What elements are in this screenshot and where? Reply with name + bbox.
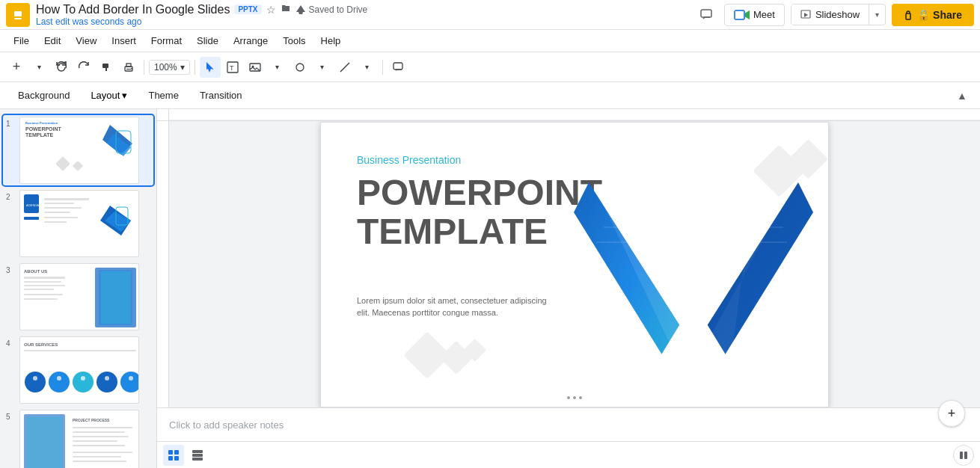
svg-rect-36: [24, 281, 61, 283]
svg-point-13: [131, 68, 132, 70]
svg-rect-66: [73, 461, 126, 462]
menu-arrange[interactable]: Arrange: [226, 32, 275, 49]
svg-rect-43: [101, 271, 131, 324]
slide-item-1[interactable]: 1 Business Presentation POWERPOINTTEMPLA…: [3, 115, 153, 185]
svg-text:OUR SERVICES: OUR SERVICES: [24, 342, 58, 347]
slideshow-label: Slideshow: [815, 9, 860, 20]
slide-dots: [567, 393, 582, 402]
dot-1: [567, 396, 570, 399]
slide-num-4: 4: [6, 339, 16, 348]
svg-point-47: [49, 372, 70, 392]
cursor-tool[interactable]: [200, 57, 221, 78]
svg-rect-37: [24, 285, 65, 286]
slide-thumb-1: Business Presentation POWERPOINTTEMPLATE: [19, 117, 139, 184]
paint-format-button[interactable]: [96, 57, 117, 78]
comments-button[interactable]: [694, 3, 718, 27]
svg-text:AGENDA: AGENDA: [26, 203, 39, 207]
slideshow-main[interactable]: Slideshow: [791, 4, 869, 25]
add-dropdown[interactable]: ▾: [28, 57, 49, 78]
collapse-toolbar-button[interactable]: ▲: [953, 87, 971, 105]
transition-button[interactable]: Transition: [191, 87, 251, 104]
shape-dropdown[interactable]: ▾: [312, 57, 333, 78]
line-dropdown[interactable]: ▾: [357, 57, 378, 78]
last-edit[interactable]: Last edit was seconds ago: [36, 16, 694, 27]
slide-canvas-area[interactable]: Business Presentation POWERPOINT TEMPLAT…: [169, 121, 980, 407]
slide-thumb-4: OUR SERVICES: [19, 336, 139, 404]
ruler-corner: [157, 109, 169, 121]
slideshow-dropdown-arrow[interactable]: ▾: [869, 6, 885, 23]
svg-rect-81: [192, 450, 203, 453]
image-dropdown[interactable]: ▾: [267, 57, 288, 78]
dot-2: [573, 396, 576, 399]
menu-edit[interactable]: Edit: [37, 32, 68, 49]
svg-rect-85: [964, 452, 967, 459]
add-button[interactable]: +: [6, 57, 27, 78]
slideshow-button[interactable]: Slideshow ▾: [791, 4, 886, 25]
svg-rect-21: [55, 156, 70, 171]
svg-rect-57: [26, 416, 63, 468]
add-slide-button[interactable]: +: [938, 400, 965, 407]
slide-business-label: Business Presentation: [357, 154, 461, 166]
svg-rect-78: [174, 450, 179, 455]
menu-file[interactable]: File: [6, 32, 37, 49]
svg-point-18: [296, 64, 304, 71]
zoom-dropdown-icon: ▾: [180, 62, 185, 73]
slide-item-5[interactable]: 5 PROJECT PROCESS: [3, 408, 153, 468]
speaker-notes[interactable]: Click to add speaker notes: [157, 407, 980, 441]
grid-view-button[interactable]: [163, 445, 184, 466]
slide-num-2: 2: [6, 193, 16, 201]
shape-tool[interactable]: [290, 57, 310, 78]
doc-title: How To Add Border In Google Slides: [36, 3, 230, 16]
svg-line-19: [340, 63, 349, 72]
list-view-button[interactable]: [187, 445, 208, 466]
folder-icon[interactable]: [281, 3, 291, 16]
svg-rect-79: [168, 456, 173, 461]
ruler-area: [157, 109, 980, 121]
undo-button[interactable]: [51, 57, 72, 78]
svg-rect-2: [14, 18, 22, 19]
menu-slide[interactable]: Slide: [189, 32, 226, 49]
star-icon[interactable]: ☆: [266, 4, 276, 16]
svg-point-52: [57, 376, 61, 381]
print-button[interactable]: [118, 57, 139, 78]
slide-panel: 1 Business Presentation POWERPOINTTEMPLA…: [0, 109, 157, 468]
svg-rect-64: [73, 452, 132, 453]
zoom-value: 100%: [154, 62, 177, 73]
svg-rect-25: [24, 217, 39, 220]
zoom-control[interactable]: 100% ▾: [149, 60, 190, 75]
svg-rect-11: [126, 64, 131, 67]
menu-tools[interactable]: Tools: [275, 32, 313, 49]
menu-format[interactable]: Format: [144, 32, 189, 49]
slide-item-3[interactable]: 3 ABOUT US: [3, 262, 153, 332]
meet-button[interactable]: Meet: [724, 4, 785, 26]
slide-title-line2: TEMPLATE: [357, 212, 602, 252]
slide-item-4[interactable]: 4 OUR SERVICES: [3, 335, 153, 405]
svg-rect-4: [735, 10, 744, 19]
svg-rect-28: [44, 203, 74, 204]
theme-button[interactable]: Theme: [139, 87, 187, 104]
svg-rect-60: [73, 431, 125, 433]
redo-button[interactable]: [73, 57, 94, 78]
image-tool[interactable]: [245, 57, 266, 78]
svg-point-53: [81, 376, 85, 381]
menu-insert[interactable]: Insert: [104, 32, 144, 49]
svg-rect-80: [174, 456, 179, 461]
svg-point-48: [73, 372, 94, 392]
svg-rect-65: [73, 456, 121, 458]
main-content: 1 Business Presentation POWERPOINTTEMPLA…: [0, 109, 980, 468]
slide-item-2[interactable]: 2 AGENDA: [3, 188, 153, 259]
menu-help[interactable]: Help: [313, 32, 349, 49]
comment-tool[interactable]: [388, 57, 408, 78]
toolbar-separator-1: [144, 60, 144, 75]
panel-toggle-button[interactable]: [953, 445, 974, 466]
menu-view[interactable]: View: [68, 32, 104, 49]
textbox-tool[interactable]: T: [222, 57, 243, 78]
share-button[interactable]: 🔒 Share: [892, 4, 974, 26]
background-button[interactable]: Background: [9, 87, 79, 104]
line-tool[interactable]: [334, 57, 355, 78]
svg-text:ABOUT US: ABOUT US: [24, 269, 47, 274]
main-slide[interactable]: Business Presentation POWERPOINT TEMPLAT…: [320, 122, 829, 407]
svg-point-54: [105, 376, 109, 381]
layout-button[interactable]: Layout ▾: [82, 87, 136, 104]
svg-rect-63: [73, 445, 125, 446]
